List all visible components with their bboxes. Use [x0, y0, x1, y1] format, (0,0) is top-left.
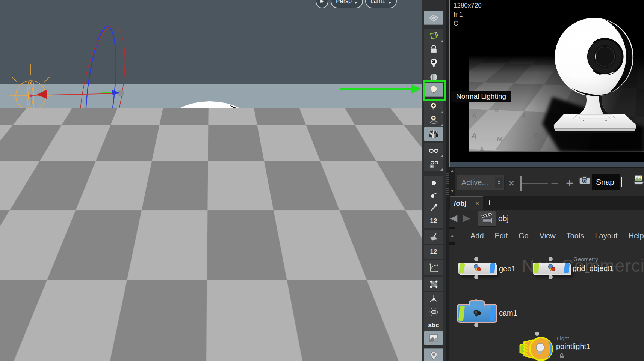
- show-prim-normals-button[interactable]: [424, 230, 443, 244]
- node-type-label: Geometry: [573, 256, 598, 262]
- render-flag[interactable]: [490, 306, 496, 321]
- slider-track[interactable]: [522, 183, 548, 184]
- display-flag[interactable]: [534, 263, 540, 273]
- new-tab-button[interactable]: +: [487, 197, 492, 209]
- point-light-gizmo[interactable]: [0, 15, 135, 191]
- scene-object-speaker[interactable]: [135, 92, 292, 317]
- node-label-cam1[interactable]: cam1: [499, 309, 517, 317]
- smooth-shaded-button[interactable]: [424, 143, 443, 158]
- show-profiles-button[interactable]: [424, 260, 443, 275]
- obj-context-icon-box[interactable]: [478, 211, 496, 227]
- high-quality-lighting-icon: [429, 102, 439, 112]
- annotation-arrow: [338, 82, 422, 96]
- show-point-numbers-button[interactable]: 12: [424, 214, 443, 228]
- menu-item[interactable]: Add: [470, 232, 484, 240]
- image-viewer-icon[interactable]: [633, 173, 644, 186]
- node-label-pointlight1[interactable]: pointlight1: [556, 342, 590, 351]
- scroll-up-icon[interactable]: ▲: [449, 229, 455, 242]
- menu-item[interactable]: Tools: [567, 232, 584, 240]
- network-editor[interactable]: Non-Commercial Edit geo1 Geome: [449, 245, 644, 361]
- spinner-icon[interactable]: ▲▼: [495, 177, 503, 188]
- render-flag[interactable]: [564, 263, 570, 273]
- snapshot-name-field[interactable]: Snap: [592, 174, 620, 190]
- tab-close-icon[interactable]: ✕: [475, 200, 479, 206]
- show-prim-numbers-icon: 12: [430, 248, 437, 256]
- menu-item[interactable]: Edit: [495, 232, 508, 240]
- breadcrumb[interactable]: obj: [498, 214, 509, 223]
- display-flag[interactable]: [459, 263, 465, 273]
- floor-letter: A: [3, 261, 20, 281]
- pivot-handle[interactable]: [118, 90, 124, 96]
- show-hulls-button[interactable]: [424, 277, 443, 291]
- show-point-markers-icon: [429, 203, 439, 213]
- scene-viewport[interactable]: SNSOABMOZSR4POLKAQOLKAOSMWPZM4: [0, 0, 422, 361]
- spin-tumble-button[interactable]: [424, 29, 443, 43]
- high-quality-lighting-button[interactable]: [424, 100, 443, 114]
- forward-button[interactable]: ▶: [463, 212, 470, 223]
- node-input-dot[interactable]: [474, 257, 478, 261]
- camera-selector[interactable]: cam1: [365, 0, 397, 8]
- show-prim-numbers-button[interactable]: 12: [424, 245, 443, 259]
- node-grid-object1[interactable]: [533, 263, 570, 274]
- shading-mode-button[interactable]: [424, 11, 443, 25]
- menu-item[interactable]: Layout: [595, 232, 617, 240]
- node-output-dot[interactable]: [474, 275, 478, 279]
- show-point-markers-button[interactable]: [424, 200, 443, 215]
- zoom-out-button[interactable]: −: [551, 176, 558, 191]
- display-materials-button[interactable]: [424, 127, 443, 141]
- show-handles-button[interactable]: [424, 348, 443, 361]
- scroll-down-icon[interactable]: ▼: [449, 189, 455, 193]
- hq-lighting-shadows-button[interactable]: [424, 113, 443, 127]
- show-vertex-markers-button[interactable]: [424, 305, 443, 319]
- houdini-window: SNSOABMOZSR4POLKAQOLKAOSMWPZM4: [0, 0, 644, 361]
- rotate-ring-blue[interactable]: [80, 25, 121, 164]
- chevron-down-icon: [354, 2, 358, 4]
- text-cursor: [621, 177, 622, 187]
- render-view-active-edge: [449, 0, 450, 167]
- show-image-planes-button[interactable]: [424, 331, 443, 345]
- show-profiles-icon: [429, 263, 439, 273]
- node-label-geo1[interactable]: geo1: [499, 265, 516, 273]
- show-node-names-button[interactable]: abc: [424, 318, 443, 332]
- x-axis-cone[interactable]: [37, 90, 47, 99]
- display-flag[interactable]: [458, 306, 465, 321]
- node-pointlight1[interactable]: [518, 335, 557, 361]
- hq-lighting-shadows-icon: [429, 115, 439, 125]
- floor-letter: O: [118, 250, 132, 266]
- node-cam1[interactable]: [457, 304, 497, 323]
- menu-item[interactable]: Help: [629, 232, 644, 240]
- show-normals-button[interactable]: [424, 292, 443, 306]
- menu-item[interactable]: Go: [519, 232, 529, 240]
- no-lighting-button[interactable]: [424, 56, 443, 70]
- floor-letter: 4: [21, 219, 32, 233]
- lock-camera-button[interactable]: [424, 42, 443, 56]
- rotate-handle-square[interactable]: [97, 158, 103, 165]
- render-frame: fr 1: [454, 11, 463, 18]
- node-input-dot[interactable]: [549, 257, 553, 261]
- scroll-up-icon[interactable]: ▲: [449, 168, 455, 173]
- show-point-normals-button[interactable]: [424, 188, 443, 202]
- display-materials-icon: [429, 129, 439, 139]
- clear-button[interactable]: ✕: [508, 179, 515, 188]
- ghost-other-objects-button[interactable]: [424, 157, 443, 171]
- menu-item[interactable]: View: [540, 232, 556, 240]
- snapshot-camera-icon[interactable]: [578, 174, 591, 186]
- active-dropdown-label: Active...: [461, 178, 488, 187]
- chevron-down-icon: [388, 2, 392, 4]
- render-pane-bottom-bar: [449, 162, 644, 167]
- render-flag[interactable]: [490, 263, 496, 273]
- tab-obj[interactable]: /obj ✕: [450, 196, 483, 210]
- clapperboard-icon: [480, 212, 494, 225]
- tab-label: /obj: [454, 199, 467, 208]
- controls-scrollbar[interactable]: ▲ ▼: [449, 167, 455, 196]
- node-output-dot[interactable]: [474, 323, 478, 327]
- back-button[interactable]: ◀: [450, 212, 457, 223]
- zoom-in-button[interactable]: +: [566, 176, 573, 190]
- node-output-dot[interactable]: [549, 275, 553, 279]
- projection-selector[interactable]: Persp: [331, 0, 363, 8]
- node-label-grid-object1[interactable]: grid_object1: [573, 264, 614, 273]
- pane-divider-grip[interactable]: [446, 173, 449, 195]
- floor-letter: A: [30, 304, 51, 328]
- node-geo1[interactable]: [458, 263, 496, 274]
- active-viewport-dropdown[interactable]: Active... ▲▼: [457, 175, 505, 190]
